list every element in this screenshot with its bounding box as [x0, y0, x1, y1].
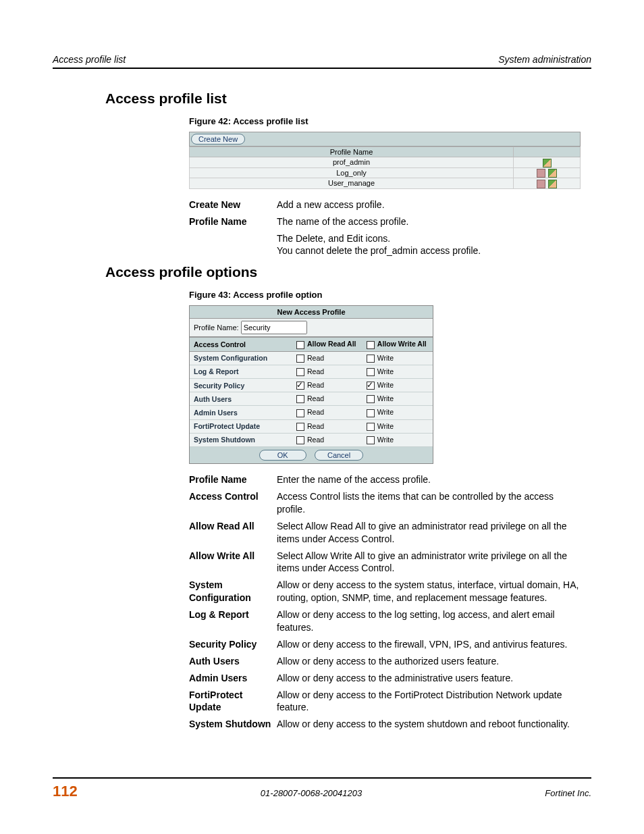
- read-checkbox[interactable]: [296, 368, 304, 376]
- definition-desc: Allow or deny access to the authorized u…: [277, 655, 581, 668]
- read-checkbox[interactable]: [296, 355, 304, 363]
- delete-icon[interactable]: [537, 180, 545, 188]
- definition-term: Log & Report: [189, 608, 277, 634]
- definition-term: Auth Users: [189, 655, 277, 668]
- write-checkbox[interactable]: [367, 436, 375, 444]
- access-control-row: System ConfigurationReadWrite: [190, 351, 433, 365]
- access-control-row: Log & ReportReadWrite: [190, 365, 433, 378]
- definition-term: Admin Users: [189, 672, 277, 685]
- table-row: prof_admin: [190, 157, 581, 168]
- definition-desc: Allow or deny access to the firewall, VP…: [277, 638, 581, 651]
- figure-43-caption: Figure 43: Access profile option: [189, 290, 591, 300]
- row-label: Auth Users: [190, 392, 292, 406]
- definition-desc: Select Allow Read All to give an adminis…: [277, 520, 581, 546]
- read-checkbox[interactable]: [296, 382, 304, 390]
- access-control-row: System ShutdownReadWrite: [190, 433, 433, 446]
- edit-icon[interactable]: [548, 180, 557, 188]
- create-new-button[interactable]: Create New: [191, 134, 245, 145]
- allow-read-all-checkbox[interactable]: [296, 341, 304, 349]
- row-label: FortiProtect Update: [190, 419, 292, 433]
- definition-desc: Allow or deny access to the system shutd…: [277, 718, 581, 731]
- figure-42-legend: Create NewAdd a new access profile. Prof…: [189, 199, 581, 258]
- col-allow-write-all: Allow Write All: [363, 338, 433, 351]
- definition-desc: Select Allow Write All to give an admini…: [277, 550, 581, 575]
- figure-42-caption: Figure 42: Access profile list: [189, 116, 591, 126]
- table-row: User_manage: [190, 178, 581, 189]
- ok-button[interactable]: OK: [259, 450, 306, 461]
- definition-term: System Shutdown: [189, 718, 277, 731]
- form-title: New Access Profile: [190, 306, 433, 319]
- col-access-control: Access Control: [190, 338, 292, 351]
- col-allow-read-all: Allow Read All: [292, 338, 363, 351]
- profile-name-input[interactable]: [241, 321, 307, 334]
- definition-term: FortiProtect Update: [189, 689, 277, 714]
- read-checkbox[interactable]: [296, 423, 304, 431]
- figure-43: New Access Profile Profile Name: Access …: [189, 305, 433, 464]
- cancel-button[interactable]: Cancel: [315, 450, 363, 461]
- row-label: Security Policy: [190, 379, 292, 392]
- header-right: System administration: [498, 54, 591, 65]
- definition-desc: Access Control lists the items that can …: [277, 490, 581, 516]
- access-control-row: Admin UsersReadWrite: [190, 406, 433, 419]
- row-label: Admin Users: [190, 406, 292, 419]
- write-checkbox[interactable]: [367, 409, 375, 417]
- access-control-row: FortiProtect UpdateReadWrite: [190, 419, 433, 433]
- definition-term: System Configuration: [189, 579, 277, 604]
- page-footer: 112 01-28007-0068-20041203 Fortinet Inc.: [53, 777, 591, 800]
- read-checkbox[interactable]: [296, 436, 304, 444]
- read-checkbox[interactable]: [296, 395, 304, 403]
- section-title-2: Access profile options: [105, 264, 591, 280]
- figure-43-legend: Profile NameEnter the name of the access…: [189, 473, 581, 731]
- running-header: Access profile list System administratio…: [53, 54, 591, 69]
- definition-desc: Allow or deny access to the administrati…: [277, 672, 581, 685]
- definition-term: Allow Write All: [189, 550, 277, 575]
- section-title-1: Access profile list: [105, 90, 591, 107]
- header-left: Access profile list: [53, 54, 126, 65]
- page-number: 112: [53, 783, 78, 800]
- row-label: System Configuration: [190, 351, 292, 365]
- read-checkbox[interactable]: [296, 409, 304, 417]
- definition-term: Profile Name: [189, 473, 277, 486]
- allow-write-all-checkbox[interactable]: [367, 341, 375, 349]
- profile-list-table: Profile Name prof_admin Log_only User_ma…: [189, 147, 581, 189]
- profile-name-label: Profile Name:: [194, 323, 239, 332]
- write-checkbox[interactable]: [367, 395, 375, 403]
- row-label: System Shutdown: [190, 433, 292, 446]
- definition-term: Access Control: [189, 490, 277, 516]
- delete-icon[interactable]: [537, 169, 545, 178]
- write-checkbox[interactable]: [367, 382, 375, 390]
- footer-mid: 01-28007-0068-20041203: [261, 788, 362, 798]
- definition-term: Security Policy: [189, 638, 277, 651]
- figure-42: Create New Profile Name prof_admin Log_o…: [189, 132, 581, 189]
- access-control-row: Auth UsersReadWrite: [190, 392, 433, 406]
- edit-icon[interactable]: [543, 159, 552, 167]
- col-actions: [514, 147, 581, 157]
- definition-desc: Enter the name of the access profile.: [277, 473, 581, 486]
- definition-desc: Allow or deny access to the FortiProtect…: [277, 689, 581, 714]
- footer-right: Fortinet Inc.: [545, 788, 591, 798]
- table-row: Log_only: [190, 167, 581, 178]
- definition-term: Allow Read All: [189, 520, 277, 546]
- access-control-row: Security PolicyReadWrite: [190, 379, 433, 392]
- row-label: Log & Report: [190, 365, 292, 378]
- definition-desc: Allow or deny access to the system statu…: [277, 579, 581, 604]
- write-checkbox[interactable]: [367, 423, 375, 431]
- col-profile-name: Profile Name: [190, 147, 514, 157]
- write-checkbox[interactable]: [367, 368, 375, 376]
- edit-icon[interactable]: [548, 169, 557, 178]
- definition-desc: Allow or deny access to the log setting,…: [277, 608, 581, 634]
- write-checkbox[interactable]: [367, 355, 375, 363]
